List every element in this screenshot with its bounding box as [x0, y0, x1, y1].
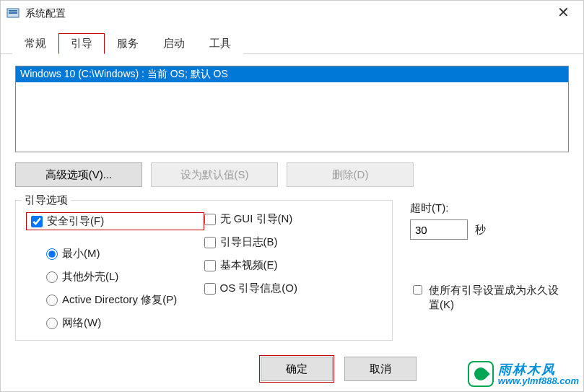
advanced-options-button[interactable]: 高级选项(V)... [15, 162, 142, 187]
minimal-radio[interactable]: 最小(M) [46, 247, 204, 261]
timeout-group: 超时(T): 秒 [410, 201, 569, 240]
lower-panel: 引导选项 安全引导(F) 最小(M) [15, 200, 569, 341]
minimal-input[interactable] [46, 248, 58, 260]
safe-boot-checkbox[interactable]: 安全引导(F) [31, 214, 104, 228]
set-default-button: 设为默认值(S) [151, 162, 278, 187]
boot-options-left-col: 安全引导(F) 最小(M) 其他外壳(L) [26, 212, 204, 330]
ad-repair-radio[interactable]: Active Directory 修复(P) [46, 293, 204, 307]
network-radio[interactable]: 网络(W) [46, 316, 204, 330]
os-info-checkbox[interactable]: OS 引导信息(O) [204, 282, 383, 295]
tab-startup[interactable]: 启动 [151, 33, 197, 54]
boot-options-right-col: 无 GUI 引导(N) 引导日志(B) 基本视频(E) OS 引导信息(O) [204, 212, 383, 330]
tab-bar: 常规 引导 服务 启动 工具 [1, 27, 583, 54]
base-video-checkbox[interactable]: 基本视频(E) [204, 258, 383, 272]
watermark-cn: 雨林木风 [498, 363, 579, 376]
alt-shell-radio[interactable]: 其他外壳(L) [46, 270, 204, 284]
list-item[interactable]: Windows 10 (C:\Windows) : 当前 OS; 默认 OS [16, 66, 568, 82]
timeout-input[interactable] [410, 219, 468, 240]
delete-button: 删除(D) [287, 162, 414, 187]
tab-boot[interactable]: 引导 [58, 33, 105, 54]
cancel-button[interactable]: 取消 [344, 357, 417, 381]
os-info-input[interactable] [204, 283, 216, 295]
os-info-label: OS 引导信息(O) [220, 282, 298, 295]
boot-log-label: 引导日志(B) [220, 235, 278, 249]
watermark-url: www.ylmf888.com [498, 376, 579, 386]
permanent-label: 使所有引导设置成为永久设置(K) [429, 283, 569, 311]
boot-log-checkbox[interactable]: 引导日志(B) [204, 235, 383, 249]
tab-general[interactable]: 常规 [12, 33, 58, 54]
network-label: 网络(W) [62, 316, 101, 330]
ad-repair-label: Active Directory 修复(P) [62, 293, 177, 307]
base-video-input[interactable] [204, 260, 216, 271]
boot-entries-list[interactable]: Windows 10 (C:\Windows) : 当前 OS; 默认 OS [15, 66, 569, 152]
svg-rect-2 [9, 12, 17, 14]
no-gui-checkbox[interactable]: 无 GUI 引导(N) [204, 212, 383, 226]
timeout-label: 超时(T): [410, 201, 569, 215]
safe-boot-highlight: 安全引导(F) [26, 212, 204, 230]
boot-buttons-row: 高级选项(V)... 设为默认值(S) 删除(D) [15, 162, 569, 187]
no-gui-input[interactable] [204, 214, 216, 225]
network-input[interactable] [46, 318, 58, 329]
permanent-input[interactable] [413, 285, 422, 295]
base-video-label: 基本视频(E) [220, 258, 278, 272]
tab-services[interactable]: 服务 [105, 33, 151, 54]
watermark-logo-icon [468, 361, 494, 387]
ok-button[interactable]: 确定 [261, 357, 333, 381]
alt-shell-input[interactable] [46, 271, 58, 283]
tab-tools[interactable]: 工具 [197, 33, 243, 54]
window-title: 系统配置 [25, 7, 66, 20]
safe-boot-input[interactable] [31, 216, 43, 227]
boot-options-fieldset: 引导选项 安全引导(F) 最小(M) [15, 200, 393, 341]
svg-rect-1 [9, 10, 17, 12]
app-icon [6, 7, 19, 20]
right-side-panel: 超时(T): 秒 使所有引导设置成为永久设置(K) [410, 200, 569, 341]
safe-boot-radios: 最小(M) 其他外壳(L) Active Directory 修复(P) [46, 247, 204, 330]
safe-boot-label: 安全引导(F) [47, 214, 104, 228]
alt-shell-label: 其他外壳(L) [62, 270, 118, 284]
titlebar: 系统配置 ✕ [1, 1, 583, 27]
ad-repair-input[interactable] [46, 295, 58, 306]
boot-options-legend: 引导选项 [22, 193, 71, 207]
permanent-checkbox[interactable]: 使所有引导设置成为永久设置(K) [410, 283, 569, 311]
close-button[interactable]: ✕ [549, 4, 578, 21]
boot-log-input[interactable] [204, 237, 216, 248]
watermark: 雨林木风 www.ylmf888.com [468, 361, 579, 387]
tab-content: Windows 10 (C:\Windows) : 当前 OS; 默认 OS 高… [1, 54, 583, 392]
no-gui-label: 无 GUI 引导(N) [220, 212, 293, 226]
timeout-unit: 秒 [475, 223, 486, 237]
minimal-label: 最小(M) [62, 247, 100, 261]
